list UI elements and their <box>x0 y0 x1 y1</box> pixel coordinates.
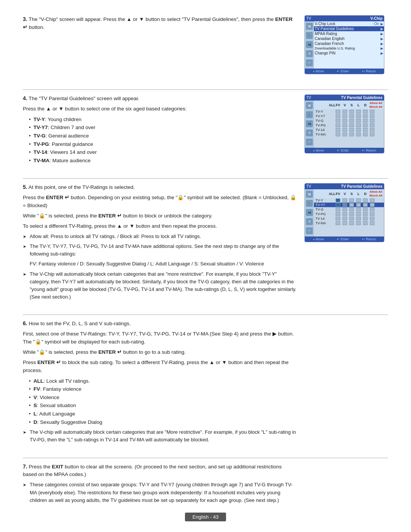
tvy-cell-all <box>336 110 340 113</box>
p2-tvma-cell-d <box>370 221 374 225</box>
tv14-cells <box>328 128 382 132</box>
allow-all-action[interactable]: Allow All <box>370 101 382 105</box>
p2-tv14-label: TV-14 <box>315 217 327 220</box>
vchip-downloadable-label: Downloadable U.S. Rating <box>315 46 379 50</box>
p2-tvy-cell-fv <box>342 198 347 202</box>
parental1-col-headers: ALL FV V S L D Allow All Block All <box>314 101 384 109</box>
p2-tvg-cell-s <box>356 208 361 211</box>
p2-tvy7-cells <box>328 203 382 207</box>
allow-block-actions: Allow All Block All <box>370 101 382 109</box>
tvg-cell-all <box>336 119 340 123</box>
tvg-cell-l <box>363 119 368 123</box>
tvma-cell-d <box>370 133 374 136</box>
bullet-tvy7: TV-Y7: Children 7 and over <box>29 123 297 132</box>
tvma-cell-s <box>356 133 361 136</box>
tvma-label: TV-MA <box>315 133 327 136</box>
step-5-para2: While "🔒" is selected, press the ENTER ↵… <box>23 212 297 220</box>
tvy7-cells <box>328 114 382 118</box>
p2-tvma-cell-all <box>336 221 340 225</box>
vchip-footer: ⬧ Move ↵ Enter ↩ Return <box>305 69 384 74</box>
p1-footer-enter: ↵ Enter <box>337 149 349 152</box>
p2-sound-icon: 🔊 <box>306 200 313 207</box>
ratings-col-labels: ALL FV V S L D <box>328 103 369 107</box>
tvy7-cell-all <box>336 114 340 118</box>
p2-footer-move: ⬧ Move <box>313 237 324 241</box>
tvpg-label: TV-PG <box>315 123 327 127</box>
vchip-panel-header: TV V-Chip <box>305 16 384 21</box>
p2-allow-all-action[interactable]: Allow All <box>370 190 382 193</box>
step-6-image <box>304 320 388 446</box>
parental2-icons: 🖼 🔊 📺 ⚙ ↩ <box>305 189 314 236</box>
bullet-d: D: Sexually Suggestive Dialog <box>29 418 297 427</box>
bullet-tvy: TV-Y: Young children <box>29 115 297 124</box>
p2-block-all-action[interactable]: Block All <box>370 194 382 197</box>
p2-tv14-cells <box>328 217 382 220</box>
bullet-all: ALL: Lock all TV ratings. <box>29 377 297 385</box>
tvy-cells <box>328 110 382 113</box>
step-7-para: 7. Press the EXIT button to clear all th… <box>23 463 297 479</box>
block-all-action[interactable]: Block All <box>370 105 382 109</box>
vchip-footer-enter: ↵ Enter <box>337 69 349 73</box>
p2-tvy7-cell-s <box>356 203 361 207</box>
step-5-subratings: FV: Fantasy violence / D: Sexually Sugge… <box>30 260 297 268</box>
tvy-label: TV-Y <box>315 110 327 113</box>
step-4-number: 4. <box>23 95 27 101</box>
p2-col-v: V <box>342 192 347 196</box>
tvg-label: TV-G <box>315 119 327 123</box>
p2-tvma-cell-v <box>349 221 354 225</box>
step-6-intro: 6. How to set the FV, D, L, S and V sub-… <box>23 320 297 328</box>
p2-tvy-cell-all <box>336 198 340 202</box>
step-5-note2: The TV-Y, TV-Y7, TV-G, TV-PG, TV-14 and … <box>23 243 297 258</box>
parental-panel-2-header: TV TV Parental Guidelines <box>305 184 384 189</box>
step-5-section: 5. At this point, one of the TV-Ratings … <box>23 183 388 303</box>
tvy7-label: TV-Y7 <box>315 114 327 118</box>
vchip-lock-arrow: ▶ <box>381 22 383 26</box>
step-5-text: 5. At this point, one of the TV-Ratings … <box>23 183 297 303</box>
p2-ratings-row-tvy: TV-Y <box>314 198 384 203</box>
tv14-cell-d <box>370 128 374 132</box>
p2-tvma-cells <box>328 221 382 225</box>
ratings-row-tvma: TV-MA <box>314 132 384 137</box>
tvg-cell-s <box>356 119 361 123</box>
p2-col-all: ALL <box>329 192 333 196</box>
tvy-cell-s <box>356 110 361 113</box>
p2-tvg-cell-fv <box>342 208 347 211</box>
p2-ratings-row-tvg: TV-G <box>314 207 384 212</box>
parental1-ratings-body: ALL FV V S L D Allow All Block All <box>314 101 384 148</box>
p2-tvpg-cell-all <box>336 212 340 216</box>
col-v: V <box>342 103 347 107</box>
tvg-cell-fv <box>342 119 347 123</box>
tvma-cell-fv <box>342 133 347 136</box>
step-7-image <box>304 463 388 506</box>
vchip-menu-body: V-Chip Lock : On ▶ TV Parental Guideline… <box>314 21 384 69</box>
p2-tvma-cell-l <box>363 221 368 225</box>
step-5-number: 5. <box>23 184 27 190</box>
footer-text: English - 43 <box>193 514 219 520</box>
p1-setup-icon: ⚙ <box>306 129 313 136</box>
vchip-footer-return: ↩ Return <box>362 69 376 73</box>
bullet-tv14: TV-14: Viewers 14 and over <box>29 148 297 157</box>
p2-ratings-row-tvy7: TV-Y7 <box>314 203 384 207</box>
p2-ratings-row-tv14: TV-14 <box>314 216 384 221</box>
p2-picture-icon: 🖼 <box>306 191 313 198</box>
parental1-body-wrapper: 🖼 🔊 📺 ⚙ ↩ ALL FV V S <box>305 101 384 148</box>
vchip-icons-col: 🖼 🔊 📺 ⚙ ↩ <box>305 21 314 69</box>
step-7-section: 7. Press the EXIT button to clear all th… <box>23 463 388 506</box>
step-3-image: TV V-Chip 🖼 🔊 📺 ⚙ ↩ V-Chip Lock : O <box>304 15 388 78</box>
parental2-tv-label: TV <box>306 184 311 189</box>
vchip-parental-label: TV Parental Guidelines <box>315 27 379 31</box>
tv14-cell-l <box>363 128 368 132</box>
ratings-row-tvg: TV-G <box>314 118 384 123</box>
p2-setup-icon: ⚙ <box>306 218 313 225</box>
p2-col-s: S <box>349 192 354 196</box>
tvy-cell-l <box>363 110 368 113</box>
parental2-body-wrapper: 🖼 🔊 📺 ⚙ ↩ ALL FV V S <box>305 189 384 236</box>
p1-picture-icon: 🖼 <box>306 102 313 109</box>
vchip-row-canenglish: Canadian English ▶ <box>314 36 384 41</box>
col-d: D <box>363 103 368 107</box>
p2-tvy-cell-l <box>363 198 368 202</box>
tvpg-cell-s <box>356 123 361 127</box>
vchip-tv-label: TV <box>306 16 311 21</box>
bullet-v: V: Violence <box>29 393 297 402</box>
p2-footer-return: ↩ Return <box>362 237 376 241</box>
